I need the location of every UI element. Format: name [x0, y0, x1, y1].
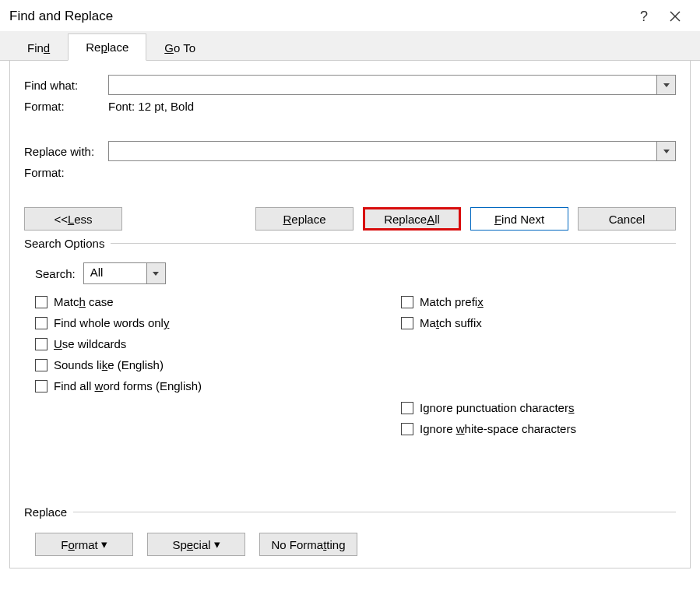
- find-what-combo[interactable]: [108, 75, 676, 95]
- find-format-row: Format: Font: 12 pt, Bold: [24, 100, 676, 113]
- checkbox-icon: [35, 296, 47, 308]
- close-icon: [670, 11, 681, 22]
- find-format-value: Font: 12 pt, Bold: [108, 100, 194, 113]
- checkbox-columns: Match case Find whole words only Use wil…: [35, 295, 676, 435]
- ignore-punctuation-checkbox[interactable]: Ignore punctuation characters: [401, 401, 576, 414]
- chevron-down-icon: [153, 272, 159, 276]
- find-what-label: Find what:: [24, 79, 108, 92]
- all-word-forms-checkbox[interactable]: Find all word forms (English): [35, 379, 401, 392]
- checkbox-icon: [35, 359, 47, 371]
- search-direction-row: Search: All: [35, 262, 676, 284]
- search-direction-value: All: [84, 263, 146, 283]
- cancel-button[interactable]: Cancel: [578, 207, 676, 231]
- replace-format-label: Format:: [24, 166, 108, 179]
- replace-all-button[interactable]: Replace All: [363, 207, 461, 231]
- checkbox-icon: [401, 296, 413, 308]
- format-label: Format:: [24, 100, 108, 113]
- whole-words-checkbox[interactable]: Find whole words only: [35, 316, 401, 329]
- replace-button[interactable]: Replace: [255, 207, 354, 231]
- find-next-button[interactable]: Find Next: [470, 207, 568, 231]
- tab-goto[interactable]: Go To: [146, 34, 213, 61]
- search-direction-select[interactable]: All: [83, 262, 166, 284]
- ignore-whitespace-checkbox[interactable]: Ignore white-space characters: [401, 422, 576, 435]
- special-button[interactable]: Special▾: [147, 533, 245, 556]
- search-options-legend: Search Options: [24, 237, 111, 250]
- search-options-group: Search Options Search: All Match case Fi…: [24, 237, 676, 435]
- use-wildcards-checkbox[interactable]: Use wildcards: [35, 337, 401, 350]
- replace-with-label: Replace with:: [24, 145, 108, 158]
- titlebar: Find and Replace ?: [0, 0, 700, 31]
- checkbox-icon: [35, 317, 47, 329]
- find-what-dropdown-button[interactable]: [656, 76, 675, 94]
- checkbox-column-right: Match prefix Match suffix Ignore punctua…: [401, 295, 576, 435]
- match-suffix-checkbox[interactable]: Match suffix: [401, 316, 576, 329]
- help-button[interactable]: ?: [628, 9, 660, 25]
- find-what-row: Find what:: [24, 75, 676, 95]
- format-button[interactable]: Format▾: [35, 533, 133, 556]
- less-button[interactable]: << Less: [24, 207, 122, 231]
- sounds-like-checkbox[interactable]: Sounds like (English): [35, 358, 401, 371]
- no-formatting-button[interactable]: No Formatting: [259, 533, 357, 556]
- checkbox-icon: [401, 423, 413, 435]
- replace-with-input[interactable]: [109, 142, 656, 160]
- search-direction-label: Search:: [35, 267, 76, 280]
- match-prefix-checkbox[interactable]: Match prefix: [401, 295, 576, 308]
- replace-format-row: Format:: [24, 166, 676, 179]
- replace-group-legend: Replace: [24, 505, 73, 519]
- checkbox-icon: [401, 402, 413, 414]
- search-direction-dropdown-button[interactable]: [146, 263, 165, 283]
- bottom-buttons: Format▾ Special▾ No Formatting: [35, 533, 676, 556]
- find-replace-dialog: Find and Replace ? Find Replace Go To Fi…: [0, 0, 700, 578]
- dialog-title: Find and Replace: [9, 9, 628, 24]
- tab-bar: Find Replace Go To: [0, 31, 700, 61]
- checkbox-icon: [401, 317, 413, 329]
- match-case-checkbox[interactable]: Match case: [35, 295, 401, 308]
- checkbox-column-left: Match case Find whole words only Use wil…: [35, 295, 401, 435]
- replace-with-combo[interactable]: [108, 141, 676, 161]
- button-row: << Less Replace Replace All Find Next Ca…: [24, 207, 676, 231]
- close-button[interactable]: [660, 11, 691, 22]
- checkbox-icon: [35, 380, 47, 392]
- find-what-input[interactable]: [109, 76, 656, 94]
- replace-group: Replace Format▾ Special▾ No Formatting: [24, 505, 676, 556]
- chevron-down-icon: [663, 83, 670, 87]
- dialog-content: Find what: Format: Font: 12 pt, Bold Rep…: [9, 61, 691, 568]
- replace-with-row: Replace with:: [24, 141, 676, 161]
- checkbox-icon: [35, 338, 47, 350]
- replace-with-dropdown-button[interactable]: [656, 142, 675, 160]
- tab-replace[interactable]: Replace: [68, 33, 146, 61]
- chevron-down-icon: [663, 150, 670, 153]
- tab-find[interactable]: Find: [9, 34, 68, 61]
